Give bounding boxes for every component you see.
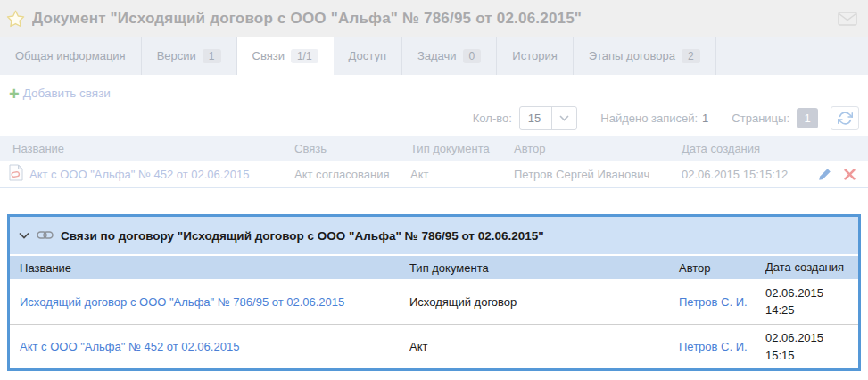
tab-label: Этапы договора <box>589 49 675 62</box>
page-1-button[interactable]: 1 <box>797 108 818 128</box>
refresh-icon <box>838 111 853 126</box>
collapse-chevron-icon[interactable] <box>19 232 29 239</box>
chain-link-icon <box>37 229 54 243</box>
tab-tasks[interactable]: Задачи 0 <box>401 37 496 75</box>
pages-label: Страницы: <box>732 112 789 125</box>
cell-doc-type: Исходящий договор <box>401 295 668 309</box>
cell-doc-type: Акт <box>401 340 668 353</box>
col-header-author: Автор <box>505 142 673 155</box>
page-size-select[interactable]: 15 <box>519 106 577 130</box>
tab-label: Доступ <box>349 49 386 62</box>
tab-label: Общая информация <box>15 49 126 62</box>
edit-icon[interactable] <box>818 168 831 181</box>
add-relations-link[interactable]: Добавить связи <box>23 87 111 100</box>
document-window: Документ "Исходящий договор с ООО "Альфа… <box>0 0 868 380</box>
created-date: 02.06.2015 <box>765 285 858 302</box>
cell-created: 02.06.2015 15:15 <box>755 329 858 364</box>
page-size-value: 15 <box>520 107 551 129</box>
tab-general-info[interactable]: Общая информация <box>0 37 141 75</box>
table-row: Акт с ООО "Альфа" № 452 от 02.06.2015 Ак… <box>10 324 858 368</box>
tab-badge: 0 <box>463 49 482 63</box>
created-time: 14:25 <box>765 302 858 319</box>
col-header-created: Дата создания <box>673 142 806 155</box>
cell-created: 02.06.2015 14:25 <box>755 285 858 319</box>
created-date: 02.06.2015 <box>765 329 858 347</box>
tab-contract-stages[interactable]: Этапы договора 2 <box>573 37 716 75</box>
tab-label: Связи <box>252 49 285 62</box>
document-link[interactable]: Акт с ООО "Альфа" № 452 от 02.06.2015 <box>20 340 239 353</box>
found-records-label: Найдено записей: <box>600 112 698 125</box>
table-row: Акт с ООО "Альфа" № 452 от 02.06.2015 Ак… <box>0 161 868 188</box>
col-header-relation: Связь <box>287 142 401 155</box>
relations-table: Название Связь Тип документа Автор Дата … <box>0 136 868 188</box>
tab-relations[interactable]: Связи 1/1 <box>236 37 334 75</box>
tab-badge: 1 <box>203 49 221 63</box>
cell-relation: Акт согласования <box>287 168 401 181</box>
favorite-star-icon[interactable] <box>5 9 26 29</box>
toolbar: + Добавить связи <box>0 75 868 103</box>
panel-title: Связи по договору "Исходящий договор с О… <box>61 229 544 243</box>
page-title: Документ "Исходящий договор с ООО "Альфа… <box>32 10 831 28</box>
table-row: Исходящий договор с ООО "Альфа" № 786/95… <box>10 279 858 324</box>
title-bar: Документ "Исходящий договор с ООО "Альфа… <box>0 0 868 37</box>
tab-label: Задачи <box>417 49 457 62</box>
tab-versions[interactable]: Версии 1 <box>141 37 236 75</box>
author-link[interactable]: Петров С. И. <box>679 340 748 353</box>
cell-created: 02.06.2015 15:15:12 <box>673 168 806 181</box>
col-header-created: Дата создания <box>755 259 858 277</box>
relations-table-header: Название Связь Тип документа Автор Дата … <box>0 136 868 161</box>
tab-label: История <box>512 49 557 62</box>
col-header-doc-type: Тип документа <box>401 261 668 275</box>
refresh-button[interactable] <box>831 106 859 130</box>
author-link[interactable]: Петров С. И. <box>679 295 748 309</box>
tab-history[interactable]: История <box>496 37 572 75</box>
tab-access[interactable]: Доступ <box>334 37 401 75</box>
tab-badge: 2 <box>682 49 700 63</box>
col-header-author: Автор <box>668 261 755 275</box>
mail-icon[interactable] <box>838 12 857 26</box>
panel-table-header: Название Тип документа Автор Дата создан… <box>10 256 858 279</box>
panel-header: Связи по договору "Исходящий договор с О… <box>10 217 858 256</box>
delete-icon[interactable] <box>844 169 856 180</box>
tab-badge: 1/1 <box>291 49 318 63</box>
col-header-name: Название <box>0 142 287 155</box>
contract-relations-panel: Связи по договору "Исходящий договор с О… <box>7 214 861 371</box>
col-header-name: Название <box>10 261 401 275</box>
tab-bar: Общая информация Версии 1 Связи 1/1 Дост… <box>0 37 868 75</box>
cell-author: Петров Сергей Иванович <box>505 168 673 181</box>
cell-doc-type: Акт <box>401 168 505 181</box>
document-icon <box>9 164 23 184</box>
count-label: Кол-во: <box>473 112 512 125</box>
found-records-value: 1 <box>702 112 708 125</box>
plus-icon: + <box>9 87 20 100</box>
document-link[interactable]: Исходящий договор с ООО "Альфа" № 786/95… <box>20 295 344 309</box>
created-time: 15:15 <box>765 347 858 365</box>
chevron-down-icon <box>551 107 576 129</box>
document-link[interactable]: Акт с ООО "Альфа" № 452 от 02.06.2015 <box>29 168 249 181</box>
pagination-bar: Кол-во: 15 Найдено записей: 1 Страницы: … <box>0 103 868 136</box>
tab-label: Версии <box>157 49 196 62</box>
col-header-doc-type: Тип документа <box>401 142 505 155</box>
